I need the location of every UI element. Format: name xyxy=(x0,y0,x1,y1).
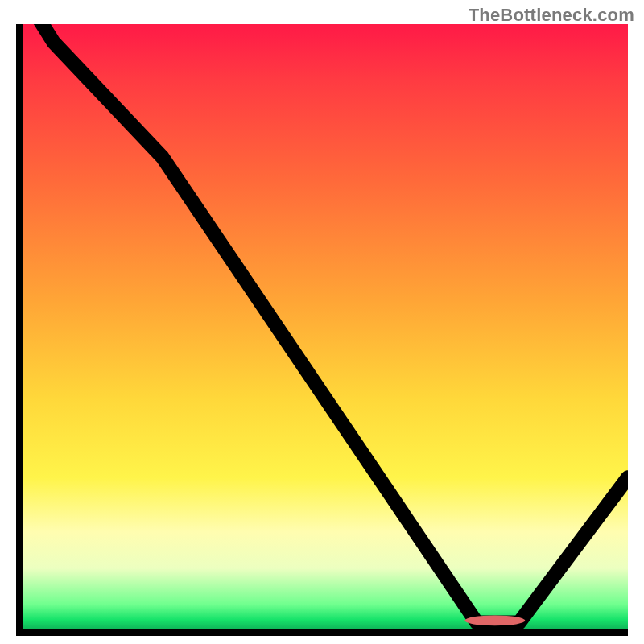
plot-area xyxy=(16,24,628,636)
chart-container: TheBottleneck.com xyxy=(0,0,644,644)
watermark-text: TheBottleneck.com xyxy=(469,5,634,26)
heat-gradient-background xyxy=(23,24,628,629)
